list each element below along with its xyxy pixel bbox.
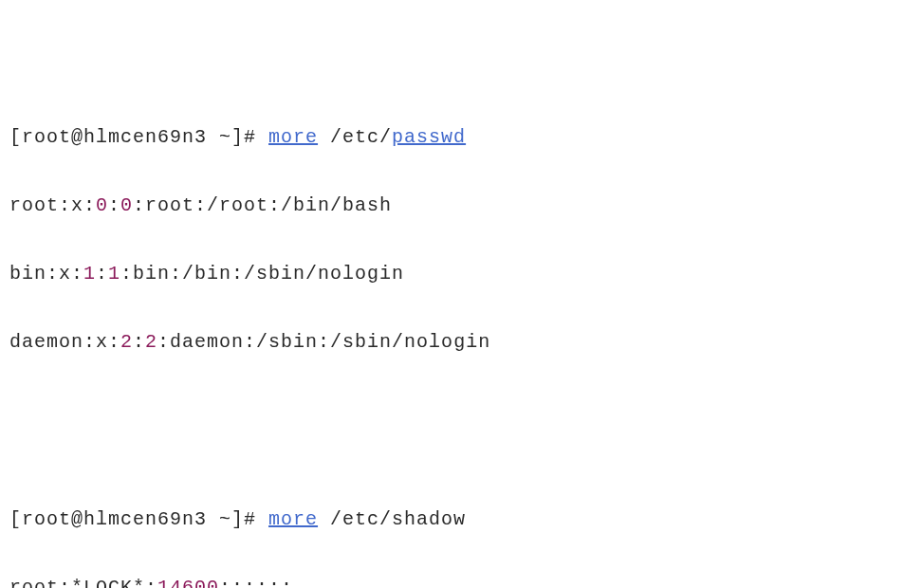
passwd-entry: bin:x:1:1:bin:/bin:/sbin/nologin [9, 260, 913, 288]
numeric-value: 1 [108, 263, 120, 285]
passwd-entry: root:x:0:0:root:/root:/bin/bash [9, 192, 913, 220]
shell-prompt-line: [root@hlmcen69n3 ~]# more /etc/shadow [9, 505, 913, 534]
numeric-value: 14600 [157, 577, 219, 588]
text-segment: root:*LOCK*: [9, 577, 157, 588]
prompt-prefix: [root@hlmcen69n3 ~]# [9, 126, 268, 148]
terminal-output: [root@hlmcen69n3 ~]# more /etc/passwdroo… [9, 123, 913, 588]
prompt-prefix: [root@hlmcen69n3 ~]# [9, 508, 268, 530]
passwd-entry: daemon:x:2:2:daemon:/sbin:/sbin/nologin [9, 328, 913, 357]
command-arg-path: /etc/shadow [318, 508, 466, 530]
numeric-value: 1 [83, 263, 96, 285]
text-segment: : [108, 194, 120, 216]
shadow-entry: root:*LOCK*:14600:::::: [9, 574, 913, 588]
numeric-value: 0 [96, 194, 108, 216]
command-arg-file: passwd [392, 126, 466, 148]
text-segment: : [133, 331, 145, 353]
numeric-value: 0 [120, 194, 133, 216]
text-segment: daemon:x: [9, 331, 120, 353]
numeric-value: 2 [145, 331, 157, 353]
text-segment: : [96, 263, 108, 285]
command-name: more [268, 126, 318, 148]
command-name: more [268, 508, 318, 530]
text-segment: bin:x: [9, 263, 83, 285]
numeric-value: 2 [120, 331, 133, 353]
command-arg-path: /etc/ [318, 126, 392, 148]
text-segment: root:x: [9, 194, 96, 216]
shell-prompt-line: [root@hlmcen69n3 ~]# more /etc/passwd [9, 123, 913, 152]
text-segment: :daemon:/sbin:/sbin/nologin [157, 331, 490, 353]
text-segment: :root:/root:/bin/bash [133, 194, 392, 216]
blank-gap [9, 396, 913, 505]
text-segment: :::::: [219, 577, 293, 588]
text-segment: :bin:/bin:/sbin/nologin [120, 263, 404, 285]
